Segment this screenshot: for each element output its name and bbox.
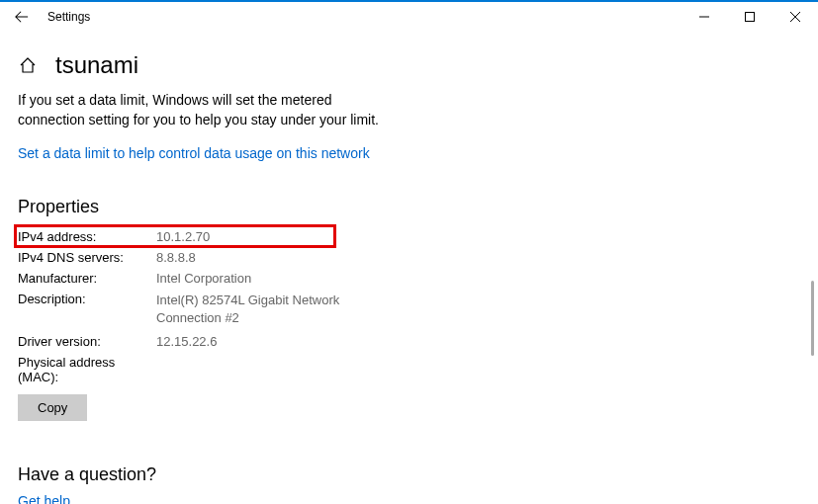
back-button[interactable] <box>10 5 34 29</box>
content-area: tsunami If you set a data limit, Windows… <box>0 32 818 504</box>
prop-value-mac <box>156 355 354 384</box>
prop-value-ipv4: 10.1.2.70 <box>156 229 354 244</box>
maximize-button[interactable] <box>727 2 773 32</box>
properties-table: IPv4 address: 10.1.2.70 IPv4 DNS servers… <box>18 229 800 383</box>
maximize-icon <box>745 12 755 22</box>
prop-label-mac: Physical address (MAC): <box>18 355 156 384</box>
back-arrow-icon <box>15 10 29 24</box>
minimize-button[interactable] <box>682 2 727 32</box>
scrollbar-thumb[interactable] <box>811 281 814 356</box>
window-controls <box>682 2 818 32</box>
window-title: Settings <box>47 10 90 24</box>
minimize-icon <box>699 12 709 22</box>
get-help-link[interactable]: Get help <box>18 493 70 504</box>
prop-value-manufacturer: Intel Corporation <box>156 271 354 286</box>
home-icon[interactable] <box>18 55 38 75</box>
prop-label-manufacturer: Manufacturer: <box>18 271 156 286</box>
properties-heading: Properties <box>18 197 800 217</box>
prop-label-ipv4: IPv4 address: <box>18 229 156 244</box>
prop-value-description: Intel(R) 82574L Gigabit Network Connecti… <box>156 292 354 327</box>
svg-rect-1 <box>746 13 755 22</box>
copy-button[interactable]: Copy <box>18 394 87 421</box>
prop-label-dns: IPv4 DNS servers: <box>18 250 156 265</box>
page-header: tsunami <box>18 51 800 79</box>
page-title: tsunami <box>55 51 138 79</box>
prop-label-driver: Driver version: <box>18 334 156 349</box>
data-limit-description: If you set a data limit, Windows will se… <box>18 91 394 129</box>
prop-label-description: Description: <box>18 292 156 327</box>
close-icon <box>790 12 800 22</box>
prop-value-driver: 12.15.22.6 <box>156 334 354 349</box>
question-heading: Have a question? <box>18 464 800 485</box>
close-button[interactable] <box>773 2 818 32</box>
data-limit-link[interactable]: Set a data limit to help control data us… <box>18 145 370 161</box>
prop-value-dns: 8.8.8.8 <box>156 250 354 265</box>
